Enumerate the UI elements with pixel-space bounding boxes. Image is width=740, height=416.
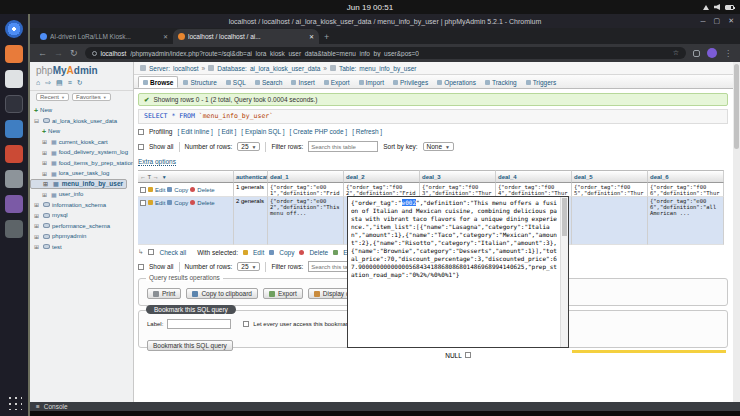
- edit-row-link[interactable]: Edit: [155, 187, 165, 193]
- cell-authentication-key[interactable]: 1 generals: [234, 183, 268, 197]
- favorites-dropdown[interactable]: Favorites▼: [72, 93, 111, 101]
- pma-console-bar[interactable]: ≡ Console: [30, 402, 740, 411]
- expand-icon[interactable]: ⊞: [42, 138, 49, 145]
- column-header-deal-2[interactable]: deal_2: [344, 170, 420, 183]
- extensions-icon[interactable]: [693, 50, 700, 57]
- edit-link[interactable]: [ Edit ]: [218, 128, 236, 135]
- expand-icon[interactable]: ⊞: [42, 191, 49, 198]
- row-checkbox[interactable]: [140, 187, 146, 193]
- collapse-icon[interactable]: ⊟: [34, 117, 41, 124]
- maximize-icon[interactable]: ▢: [714, 17, 721, 25]
- tree-item-food-delivery-system-log[interactable]: ⊞▦food_delivery_system_log: [30, 147, 133, 158]
- editor-scrollbar[interactable]: [560, 197, 568, 347]
- cell-deal-4[interactable]: {"order_tag":"f004","definition":"Thursd…: [496, 183, 572, 197]
- bookmark-star-icon[interactable]: ☆: [673, 49, 679, 57]
- actions-header[interactable]: ← T →▼: [138, 170, 234, 183]
- browser-tab-kiosk[interactable]: AI-driven LoRa/LLM Kiosk... ✕: [35, 29, 173, 44]
- recent-dropdown[interactable]: Recent▼: [36, 93, 69, 101]
- back-icon[interactable]: ←: [38, 49, 47, 58]
- tab-triggers[interactable]: Triggers: [522, 76, 561, 88]
- bookmark-label-input[interactable]: [167, 319, 231, 329]
- breadcrumb-database[interactable]: ai_lora_kiosk_user_data: [250, 65, 320, 72]
- column-header-deal-1[interactable]: deal_1: [268, 170, 344, 183]
- cell-deal-5[interactable]: {"order_tag":"f005","definition":"Thursd…: [572, 183, 648, 197]
- show-all-checkbox[interactable]: [138, 144, 144, 150]
- address-bar[interactable]: localhost/phpmyadmin/index.php?route=/sq…: [85, 47, 686, 59]
- dock-editor-icon[interactable]: [5, 70, 23, 88]
- dock-app-red-icon[interactable]: [5, 145, 23, 163]
- tree-item-user-info[interactable]: ⊞▦user_info: [30, 189, 133, 200]
- tree-item-mysql[interactable]: ⊞mysql: [30, 210, 133, 221]
- check-all-link[interactable]: Check all: [159, 249, 186, 256]
- extra-options-link[interactable]: Extra options: [138, 158, 176, 166]
- copy-to-clipboard-button[interactable]: Copy to clipboard: [186, 288, 258, 299]
- cell-deal-5[interactable]: [572, 197, 648, 245]
- copy-row-link[interactable]: Copy: [174, 187, 188, 193]
- delete-row-link[interactable]: Delete: [197, 187, 214, 193]
- close-icon[interactable]: ✕: [728, 17, 734, 25]
- cell-deal-6[interactable]: {"order_tag":"e006","definition":"all Am…: [648, 197, 724, 245]
- tab-close-icon[interactable]: ✕: [163, 33, 168, 40]
- edit-row-link[interactable]: Edit: [155, 200, 165, 206]
- tab-tracking[interactable]: Tracking: [481, 76, 521, 88]
- dock-files-icon[interactable]: [5, 45, 23, 63]
- expand-icon[interactable]: ⊞: [42, 170, 49, 177]
- tab-operations[interactable]: Operations: [433, 76, 480, 88]
- bookmark-access-checkbox[interactable]: [243, 321, 249, 327]
- tree-item-phpmyadmin[interactable]: ⊞phpmyadmin: [30, 231, 133, 242]
- num-rows-select[interactable]: 25▼: [237, 262, 260, 271]
- expand-icon[interactable]: ⊞: [42, 149, 49, 156]
- expand-icon[interactable]: ⊞: [34, 222, 41, 229]
- tab-browse[interactable]: Browse: [138, 76, 178, 88]
- docs-icon[interactable]: ▤: [56, 79, 63, 87]
- cell-deal-3[interactable]: {"order_tag":"f003","definition":"Thursd…: [420, 183, 496, 197]
- tree-item-performance-schema[interactable]: ⊞performance_schema: [30, 221, 133, 232]
- clock[interactable]: Jun 19 00:51: [347, 3, 393, 12]
- with-selected-delete[interactable]: Delete: [309, 249, 328, 256]
- expand-icon[interactable]: ⊞: [43, 180, 50, 187]
- breadcrumb-server[interactable]: localhost: [173, 65, 199, 72]
- row-checkbox[interactable]: [140, 200, 146, 206]
- filter-rows-input[interactable]: [308, 141, 378, 152]
- column-header-authentication-key[interactable]: authentication_key: [234, 170, 268, 183]
- profile-avatar[interactable]: [707, 48, 717, 58]
- dock-app-grid-icon[interactable]: [6, 394, 22, 410]
- dock-chromium-icon[interactable]: [5, 20, 23, 38]
- home-icon[interactable]: ⌂: [36, 79, 40, 87]
- tree-item-test[interactable]: ⊞test: [30, 242, 133, 253]
- cell-deal-1[interactable]: {"order_tag":"e001","definition":"Friday…: [268, 183, 344, 197]
- new-tab-button[interactable]: +: [324, 32, 329, 44]
- tab-insert[interactable]: Insert: [287, 76, 318, 88]
- expand-icon[interactable]: ⊞: [34, 212, 41, 219]
- tree-item-menu-info-by-user[interactable]: ⊞▦menu_info_by_user: [30, 179, 127, 190]
- expand-icon[interactable]: ⊞: [34, 201, 41, 208]
- column-header-deal-4[interactable]: deal_4: [496, 170, 572, 183]
- dock-app-blue-icon[interactable]: [5, 120, 23, 138]
- dock-app-purple-icon[interactable]: [5, 195, 23, 213]
- scrollbar-thumb[interactable]: [734, 64, 739, 149]
- pma-logo[interactable]: phpMyAdmin: [30, 62, 133, 77]
- cell-deal-2[interactable]: {"order_tag":"f002","definition":"Friday…: [344, 183, 420, 197]
- column-header-deal-3[interactable]: deal_3: [420, 170, 496, 183]
- forward-icon[interactable]: →: [54, 49, 63, 58]
- column-header-deal-5[interactable]: deal_5: [572, 170, 648, 183]
- cell-authentication-key[interactable]: 2 generals: [234, 197, 268, 245]
- refresh-icon[interactable]: ↻: [77, 79, 83, 87]
- logout-icon[interactable]: ⇨: [45, 79, 51, 87]
- cell-deal-6[interactable]: {"order_tag":"f006","definition":"Thursd…: [648, 183, 724, 197]
- profiling-checkbox[interactable]: [138, 129, 144, 135]
- dock-terminal-icon[interactable]: [5, 95, 23, 113]
- tab-close-icon[interactable]: ✕: [309, 33, 314, 40]
- tab-export[interactable]: Export: [320, 76, 354, 88]
- check-all-checkbox[interactable]: [148, 249, 154, 255]
- tree-item-information-schema[interactable]: ⊞information_schema: [30, 200, 133, 211]
- tab-sql[interactable]: SQL: [222, 76, 250, 88]
- editor-json-text[interactable]: {"order_tag":"e002","definition":"This m…: [351, 199, 557, 345]
- reload-icon[interactable]: ↻: [70, 49, 78, 58]
- dock-app-gray-icon[interactable]: [5, 170, 23, 188]
- system-tray[interactable]: [703, 0, 734, 14]
- delete-row-link[interactable]: Delete: [197, 200, 214, 206]
- with-selected-copy[interactable]: Copy: [279, 249, 294, 256]
- column-header-deal-6[interactable]: deal_6: [648, 170, 724, 183]
- cell-deal-1[interactable]: {"order_tag":"e002","definition":"This m…: [268, 197, 344, 245]
